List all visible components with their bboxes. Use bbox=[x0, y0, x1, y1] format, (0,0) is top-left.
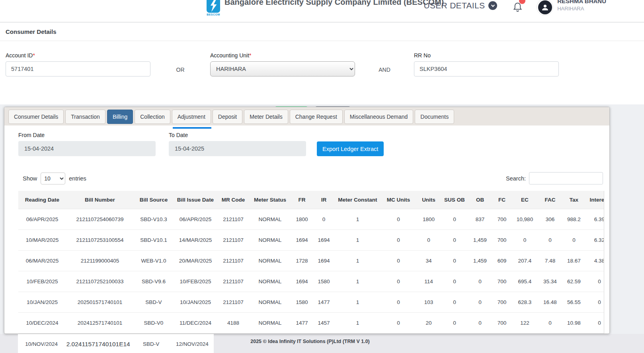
column-header[interactable]: Bill Source bbox=[134, 191, 174, 209]
column-header[interactable]: Units bbox=[416, 191, 441, 209]
table-cell: 12/NOV/2024 bbox=[171, 341, 214, 353]
tab-bar: Consumer DetailsTransactionBillingCollec… bbox=[4, 107, 609, 126]
from-date-field[interactable] bbox=[18, 141, 156, 156]
user-details-menu[interactable]: USER DETAILS bbox=[423, 1, 497, 10]
to-date-label: To Date bbox=[169, 132, 306, 138]
tab-documents[interactable]: Documents bbox=[415, 110, 454, 124]
table-cell: 1 bbox=[335, 292, 381, 313]
user-identity: RESHMA BHANU HARIHARA bbox=[557, 0, 606, 12]
table-cell: NORMAL bbox=[249, 271, 291, 292]
column-header[interactable]: Interest bbox=[585, 191, 604, 209]
table-cell: 0 bbox=[381, 271, 416, 292]
tab-transaction[interactable]: Transaction bbox=[65, 110, 105, 124]
rr-no-field[interactable] bbox=[414, 61, 559, 76]
table-cell: 837 bbox=[468, 209, 492, 230]
tab-change-request[interactable]: Change Request bbox=[290, 110, 343, 124]
accounting-unit-label: Accounting Unit* bbox=[210, 52, 355, 59]
table-cell: 700 bbox=[492, 271, 512, 292]
section-title: Consumer Details bbox=[6, 28, 57, 35]
tab-miscellaneous-demand[interactable]: Miscellaneous Demand bbox=[344, 110, 414, 124]
billing-table-container[interactable]: Reading DateBill NumberBill SourceBill I… bbox=[18, 191, 604, 333]
person-icon bbox=[538, 0, 552, 14]
account-id-field[interactable] bbox=[6, 61, 150, 76]
table-cell: 2121199000405 bbox=[66, 251, 134, 271]
table-cell: 202412571740101 bbox=[66, 313, 134, 333]
column-header[interactable]: Tax bbox=[562, 191, 585, 209]
table-cell: 2121107 bbox=[217, 271, 249, 292]
account-id-label: Account ID* bbox=[6, 52, 150, 59]
table-cell: 0 bbox=[468, 271, 492, 292]
table-cell: 0 bbox=[585, 313, 604, 333]
from-date-group: From Date bbox=[18, 132, 156, 156]
table-row: 10/MAR/20252121107253100554SBD-V10.114/M… bbox=[18, 230, 604, 251]
top-header: BESCOM Bangalore Electricity Supply Comp… bbox=[0, 0, 644, 22]
header-right: USER DETAILS RESHMA BHANU HARIHARA bbox=[423, 0, 606, 16]
accounting-unit-group: Accounting Unit* HARIHARA bbox=[210, 52, 355, 76]
column-header[interactable]: Reading Date bbox=[18, 191, 66, 209]
chevron-down-icon bbox=[488, 1, 497, 10]
column-header[interactable]: Bill Number bbox=[66, 191, 134, 209]
table-cell: 1 bbox=[335, 209, 381, 230]
tab-consumer-details[interactable]: Consumer Details bbox=[8, 110, 64, 124]
column-header[interactable]: MC Units bbox=[381, 191, 416, 209]
table-cell: 1457 bbox=[313, 313, 335, 333]
column-header[interactable]: FAC bbox=[538, 191, 562, 209]
logo-caption: BESCOM bbox=[207, 13, 220, 16]
table-cell: 0 bbox=[585, 292, 604, 313]
column-header[interactable]: Meter Constant bbox=[335, 191, 381, 209]
table-cell: 1 bbox=[335, 251, 381, 271]
column-header[interactable]: IR bbox=[313, 191, 335, 209]
table-cell: 207.4 bbox=[512, 251, 538, 271]
export-ledger-extract-button[interactable]: Export Ledger Extract bbox=[317, 141, 384, 156]
tab-collection[interactable]: Collection bbox=[135, 110, 170, 124]
table-cell: NORMAL bbox=[249, 209, 291, 230]
from-date-label: From Date bbox=[18, 132, 156, 138]
to-date-field[interactable] bbox=[169, 141, 306, 156]
column-header[interactable]: SUS OB bbox=[441, 191, 468, 209]
column-header[interactable]: MR Code bbox=[217, 191, 249, 209]
avatar[interactable] bbox=[537, 0, 553, 16]
table-cell: 0 bbox=[512, 230, 538, 251]
table-cell: WEB-V1.0 bbox=[134, 251, 174, 271]
table-cell: SBD-V10.3 bbox=[134, 209, 174, 230]
table-cell: 06/APR/2025 bbox=[18, 209, 66, 230]
table-header-row: Reading DateBill NumberBill SourceBill I… bbox=[18, 191, 604, 209]
to-date-group: To Date bbox=[169, 132, 306, 156]
notifications-button[interactable] bbox=[512, 0, 523, 14]
table-cell: 0 bbox=[381, 313, 416, 333]
table-cell: 2121107254060739 bbox=[66, 209, 134, 230]
table-cell: NORMAL bbox=[249, 292, 291, 313]
table-cell: 2121107 bbox=[217, 230, 249, 251]
column-header[interactable]: Bill Issue Date bbox=[174, 191, 217, 209]
accounting-unit-select[interactable]: HARIHARA bbox=[210, 61, 355, 76]
table-cell: 35.34 bbox=[538, 271, 562, 292]
table-cell: 1477 bbox=[313, 292, 335, 313]
tab-billing[interactable]: Billing bbox=[107, 110, 133, 124]
billing-table: Reading DateBill NumberBill SourceBill I… bbox=[18, 191, 604, 333]
brand: BESCOM Bangalore Electricity Supply Comp… bbox=[206, 0, 444, 16]
search-input[interactable] bbox=[529, 172, 603, 184]
table-cell: 06/APR/2025 bbox=[174, 209, 217, 230]
table-cell: 34 bbox=[416, 251, 441, 271]
column-header[interactable]: FR bbox=[291, 191, 313, 209]
table-cell: 700 bbox=[492, 292, 512, 313]
billing-filters: From Date To Date Export Ledger Extract bbox=[4, 126, 609, 156]
column-header[interactable]: EC bbox=[512, 191, 538, 209]
table-cell: NORMAL bbox=[249, 230, 291, 251]
table-cell: 0 bbox=[441, 292, 468, 313]
column-header[interactable]: OB bbox=[468, 191, 492, 209]
table-cell: 114 bbox=[416, 271, 441, 292]
tab-deposit[interactable]: Deposit bbox=[213, 110, 242, 124]
table-cell: 0 bbox=[562, 230, 585, 251]
user-details-label: USER DETAILS bbox=[423, 1, 485, 10]
page-length-select[interactable]: 10 bbox=[41, 173, 65, 184]
table-cell: 10/MAR/2025 bbox=[18, 230, 66, 251]
tab-adjustment[interactable]: Adjustment bbox=[172, 110, 211, 124]
column-header[interactable]: Meter Status bbox=[249, 191, 291, 209]
table-cell: 1 bbox=[335, 230, 381, 251]
tab-meter-details[interactable]: Meter Details bbox=[244, 110, 288, 124]
search-label: Search: bbox=[506, 175, 526, 182]
column-header[interactable]: FC bbox=[492, 191, 512, 209]
table-cell: 122 bbox=[512, 313, 538, 333]
table-cell: 6.32 bbox=[585, 230, 604, 251]
